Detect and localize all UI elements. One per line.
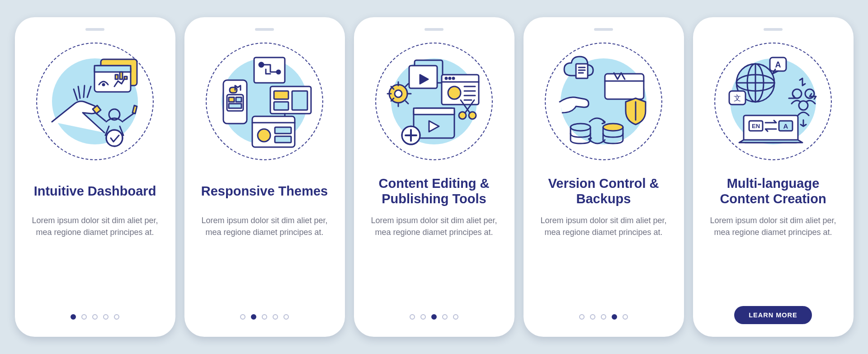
card-desc: Lorem ipsum dolor sit dim aliet per, mea… [706,215,841,238]
svg-rect-14 [274,91,288,99]
dot-4[interactable] [612,314,617,320]
editing-tools-icon [375,43,493,160]
pagination-dots [410,314,458,320]
svg-point-32 [449,77,451,79]
svg-point-12 [277,70,280,74]
svg-point-33 [453,77,454,79]
svg-rect-4 [115,75,118,79]
svg-rect-19 [229,97,234,102]
dot-4[interactable] [442,314,448,320]
svg-rect-6 [124,77,127,79]
dot-1[interactable] [410,314,415,320]
svg-rect-20 [236,97,241,102]
svg-text:文: 文 [734,94,741,102]
version-control-icon [545,43,662,160]
svg-rect-25 [275,136,291,143]
dot-3[interactable] [431,314,437,320]
svg-rect-38 [414,108,454,115]
card-title: Multi-language Content Creation [706,175,841,207]
card-desc: Lorem ipsum dolor sit dim aliet per, mea… [536,215,671,238]
svg-point-23 [258,129,270,142]
dot-5[interactable] [283,314,289,320]
responsive-icon [206,43,323,160]
svg-point-29 [395,90,402,97]
svg-text:A: A [783,122,788,130]
card-title: Content Editing & Publishing Tools [367,175,502,207]
card-title: Intuitive Dashboard [34,175,156,207]
svg-point-44 [603,124,623,131]
svg-point-31 [445,77,447,79]
svg-text:A: A [775,60,781,69]
svg-rect-16 [292,91,307,110]
svg-point-43 [571,124,590,131]
card-title: Version Control & Backups [536,175,671,207]
dot-3[interactable] [601,314,606,320]
svg-rect-5 [120,72,123,79]
card-desc: Lorem ipsum dolor sit dim aliet per, mea… [28,215,163,238]
onboarding-card-5: A 文 EN [693,17,854,337]
onboarding-card-4: Version Control & Backups Lorem ipsum do… [524,17,684,337]
card-desc: Lorem ipsum dolor sit dim aliet per, mea… [367,215,502,238]
dot-3[interactable] [262,314,267,320]
dot-5[interactable] [114,314,119,320]
multi-language-icon: A 文 EN [714,43,832,160]
dot-2[interactable] [81,314,87,320]
dot-2[interactable] [251,314,256,320]
card-desc: Lorem ipsum dolor sit dim aliet per, mea… [197,215,332,238]
dot-1[interactable] [240,314,245,320]
pagination-dots [240,314,289,320]
svg-point-54 [799,101,808,110]
dot-2[interactable] [420,314,426,320]
svg-rect-41 [576,64,588,78]
svg-rect-10 [254,57,285,83]
pagination-dots [579,314,628,320]
dot-4[interactable] [273,314,278,320]
dot-3[interactable] [92,314,98,320]
svg-rect-15 [274,102,288,110]
dot-2[interactable] [590,314,595,320]
dot-1[interactable] [579,314,585,320]
card-title: Responsive Themes [201,175,328,207]
onboarding-card-3: Content Editing & Publishing Tools Lorem… [354,17,514,337]
pagination-dots [71,314,119,320]
dot-1[interactable] [71,314,76,320]
dot-5[interactable] [453,314,458,320]
learn-more-button[interactable]: LEARN MORE [734,306,811,324]
svg-point-34 [448,86,461,99]
svg-rect-21 [229,104,241,108]
svg-point-3 [103,84,104,86]
dot-5[interactable] [623,314,628,320]
dashboard-icon [36,43,154,160]
svg-text:EN: EN [752,123,760,129]
onboarding-card-2: Responsive Themes Lorem ipsum dolor sit … [184,17,345,337]
dot-4[interactable] [103,314,108,320]
svg-rect-2 [94,66,131,72]
onboarding-card-1: Intuitive Dashboard Lorem ipsum dolor si… [15,17,175,337]
svg-rect-24 [275,127,291,134]
